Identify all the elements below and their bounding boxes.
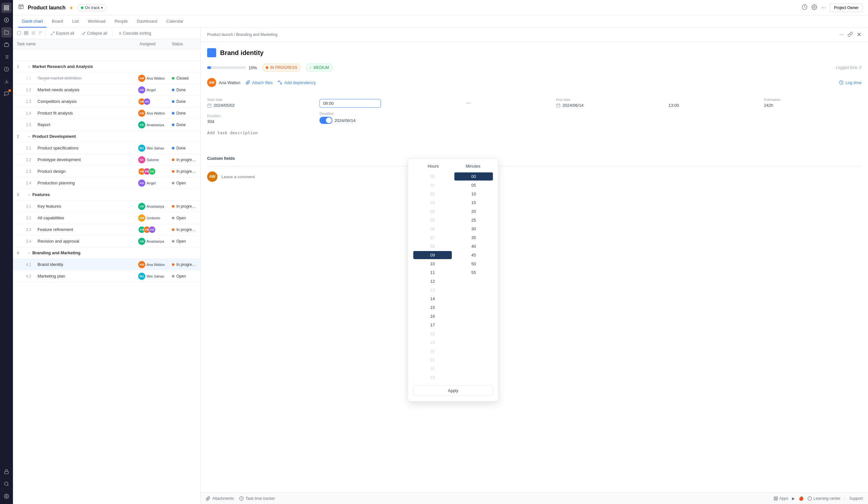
table-row[interactable]: 1.1 Target market definition AW Ana Walt… <box>13 72 200 84</box>
minute-cell-50[interactable]: 50 <box>454 260 493 268</box>
time-cell-18[interactable]: 18 <box>413 330 452 338</box>
minute-cell-15[interactable]: 15 <box>454 199 493 207</box>
time-cell-15[interactable]: 15 <box>413 303 452 312</box>
minute-cell-30[interactable]: 30 <box>454 225 493 233</box>
link-icon[interactable] <box>848 32 853 38</box>
tab-people[interactable]: People <box>111 15 131 28</box>
sidebar-lock-icon[interactable] <box>1 466 12 477</box>
apple-icon[interactable]: 🍎 <box>799 496 804 501</box>
table-row[interactable]: 1.3 Competitors analysis AW AG Done <box>13 96 200 107</box>
time-cell-16[interactable]: 16 <box>413 312 452 320</box>
table-row[interactable]: 2.3 Product design AW PK VG In progre… <box>13 166 200 177</box>
time-cell-06[interactable]: 06 <box>413 225 452 233</box>
group-icon[interactable] <box>24 31 29 36</box>
tab-calendar[interactable]: Calendar <box>163 15 187 28</box>
log-time-button[interactable]: Log time <box>839 80 861 85</box>
table-row[interactable]: 2 ▪ Product Development <box>13 131 200 142</box>
status-badge[interactable]: On track ▾ <box>78 4 106 11</box>
table-row[interactable]: 2.4 Production planning AG Angel Open <box>13 177 200 189</box>
minute-cell-35[interactable]: 35 <box>454 233 493 242</box>
minute-cell-00[interactable]: 00 <box>454 172 493 180</box>
minute-cell-55[interactable]: 55 <box>454 269 493 276</box>
status-badge-inprogress[interactable]: IN PROGRESS <box>262 64 301 72</box>
time-cell-19[interactable]: 19 <box>413 338 452 346</box>
start-time-input[interactable] <box>319 99 381 108</box>
sidebar-add-icon[interactable] <box>1 15 12 25</box>
sidebar-settings-icon[interactable] <box>1 491 12 501</box>
sidebar-message-icon[interactable] <box>1 88 12 99</box>
group-toggle-icon[interactable]: ▪ <box>29 135 30 138</box>
time-cell-13[interactable]: 13 <box>413 286 452 294</box>
minute-cell-05[interactable]: 05 <box>454 181 493 189</box>
sort-icon[interactable] <box>38 31 43 36</box>
minute-cell-40[interactable]: 40 <box>454 242 493 250</box>
settings-icon[interactable] <box>812 4 817 11</box>
task-time-tracker-button[interactable]: Task time tracker <box>239 496 275 501</box>
time-cell-14[interactable]: 14 <box>413 295 452 303</box>
tab-board[interactable]: Board <box>48 15 67 28</box>
time-cell-10[interactable]: 10 <box>413 260 452 268</box>
sidebar-logo[interactable] <box>1 3 12 13</box>
table-row[interactable]: 4.2 Marketing plan WJ Wei Jiahao Open <box>13 271 200 282</box>
minute-cell-45[interactable]: 45 <box>454 251 493 259</box>
table-row[interactable]: 3.3 Feature refinement AS AW AG In progr… <box>13 224 200 235</box>
time-cell-22[interactable]: 22 <box>413 365 452 372</box>
add-dependency-button[interactable]: Add dependency <box>278 80 316 85</box>
project-owner-button[interactable]: Project Owner <box>830 3 863 12</box>
table-row[interactable]: 1.5 Report AS Anastasiya Done <box>13 119 200 131</box>
more-options-icon[interactable]: ··· <box>839 32 844 38</box>
sidebar-clock-icon[interactable] <box>1 64 12 74</box>
apply-button[interactable]: Apply <box>413 385 493 396</box>
start-date-value[interactable]: 2024/05/02 <box>214 103 235 108</box>
indent-icon[interactable] <box>31 31 35 36</box>
description-textarea[interactable] <box>207 130 861 150</box>
star-icon[interactable]: ★ <box>69 5 73 10</box>
end-date-value[interactable]: 2024/06/14 <box>562 103 583 108</box>
collapse-all-button[interactable]: Collapse all <box>79 30 110 37</box>
table-row[interactable]: 1 ▪ Market Research and Analysis <box>13 61 200 72</box>
minute-cell-20[interactable]: 20 <box>454 207 493 216</box>
time-cell-05[interactable]: 05 <box>413 216 452 224</box>
time-cell-02[interactable]: 02 <box>413 190 452 198</box>
attachments-button[interactable]: Attachments <box>206 496 234 501</box>
table-row[interactable]: 3.2 All capabilities UM Umberto Open <box>13 212 200 224</box>
tab-list[interactable]: List <box>68 15 83 28</box>
time-cell-08[interactable]: 08 <box>413 242 452 250</box>
play-icon[interactable]: ▶ <box>792 496 795 501</box>
time-cell-00[interactable]: 00 <box>413 172 452 180</box>
group-toggle-icon[interactable]: ▪ <box>29 65 30 69</box>
checkbox-all-icon[interactable] <box>17 31 21 36</box>
history-icon[interactable] <box>802 4 807 11</box>
time-cell-01[interactable]: 01 <box>413 181 452 189</box>
minute-cell-25[interactable]: 25 <box>454 216 493 224</box>
tab-gantt-chart[interactable]: Gantt chart <box>18 15 46 28</box>
table-row[interactable]: 2.2 Prototype development SA Salome In p… <box>13 154 200 166</box>
table-row[interactable]: 4 ▪ Branding and Marketing <box>13 247 200 259</box>
comment-input[interactable] <box>221 174 861 179</box>
time-cell-23[interactable]: 23 <box>413 373 452 381</box>
expand-all-button[interactable]: Expand all <box>48 30 77 37</box>
more-icon[interactable]: ··· <box>821 4 826 11</box>
table-row[interactable]: 3 ▪ Features <box>13 189 200 201</box>
deadline-toggle[interactable] <box>319 117 332 124</box>
time-cell-03[interactable]: 03 <box>413 199 452 207</box>
time-cell-07[interactable]: 07 <box>413 233 452 242</box>
time-cell-21[interactable]: 21 <box>413 356 452 364</box>
support-button[interactable]: Support <box>849 496 863 501</box>
sidebar-briefcase-icon[interactable] <box>1 40 12 50</box>
table-row[interactable]: 2.1 Product specifications WJ Wei Jiahao… <box>13 142 200 154</box>
tab-workload[interactable]: Workload <box>84 15 110 28</box>
minute-cell-10[interactable]: 10 <box>454 190 493 198</box>
time-cell-11[interactable]: 11 <box>413 269 452 276</box>
table-row[interactable]: 3.4 Revision and approval AS Anastasiya … <box>13 235 200 247</box>
apps-button[interactable]: Apps <box>774 496 788 501</box>
time-cell-12[interactable]: 12 <box>413 277 452 285</box>
table-row[interactable]: 4.1 Brand identity AW Ana Walton In prog… <box>13 259 200 271</box>
priority-badge-medium[interactable]: ↑ MEDIUM <box>306 64 333 72</box>
time-cell-17[interactable]: 17 <box>413 321 452 329</box>
time-cell-04[interactable]: 04 <box>413 207 452 216</box>
attach-files-button[interactable]: Attach files <box>246 80 273 85</box>
learning-center-button[interactable]: Learning center <box>807 496 840 501</box>
group-toggle-icon[interactable]: ▪ <box>29 193 30 197</box>
table-row[interactable]: 1.4 Product fit analysis AW Ana Walton D… <box>13 107 200 119</box>
